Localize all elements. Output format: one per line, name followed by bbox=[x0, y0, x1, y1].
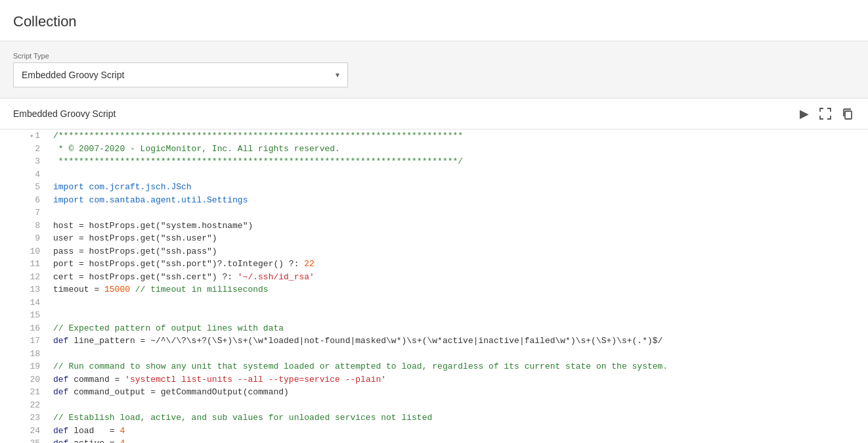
line-content: // Run command to show any unit that sys… bbox=[48, 360, 868, 373]
line-number: 7 bbox=[0, 206, 48, 220]
line-number: 11 bbox=[0, 258, 48, 271]
table-row: 6import com.santaba.agent.util.Settings bbox=[0, 194, 868, 207]
table-row: 15 bbox=[0, 309, 868, 322]
table-row: 11port = hostProps.get("ssh.port")?.toIn… bbox=[0, 258, 868, 271]
code-table: ▾1/*************************************… bbox=[0, 129, 868, 443]
line-content: // Expected pattern of output lines with… bbox=[48, 322, 868, 335]
table-row: 24def load = 4 bbox=[0, 425, 868, 438]
line-number: ▾1 bbox=[0, 129, 48, 143]
fullscreen-button[interactable] bbox=[818, 106, 833, 121]
table-row: 16// Expected pattern of output lines wi… bbox=[0, 322, 868, 335]
line-number: 21 bbox=[0, 386, 48, 399]
table-row: 23// Establish load, active, and sub val… bbox=[0, 411, 868, 425]
line-content: cert = hostProps.get("ssh.cert") ?: '~/.… bbox=[48, 271, 868, 284]
table-row: 4 bbox=[0, 168, 868, 181]
chevron-down-icon: ▾ bbox=[336, 70, 339, 80]
table-row: 25def active = 4 bbox=[0, 437, 868, 443]
line-number: 10 bbox=[0, 245, 48, 258]
line-number: 17 bbox=[0, 335, 48, 348]
line-content: def line_pattern = ~/^\/\?\s+?(\S+)\s+(\… bbox=[48, 335, 868, 348]
table-row: 9user = hostProps.get("ssh.user") bbox=[0, 232, 868, 245]
table-row: 14 bbox=[0, 296, 868, 310]
fold-arrow[interactable]: ▾ bbox=[30, 133, 33, 140]
table-row: 13timeout = 15000 // timeout in millisec… bbox=[0, 283, 868, 296]
editor-header: Embedded Groovy Script ▶ bbox=[0, 99, 868, 129]
table-row: 21def command_output = getCommandOutput(… bbox=[0, 386, 868, 399]
line-number: 6 bbox=[0, 194, 48, 207]
script-type-label: Script Type bbox=[13, 52, 855, 60]
code-editor[interactable]: ▾1/*************************************… bbox=[0, 129, 868, 443]
table-row: 22 bbox=[0, 399, 868, 412]
line-content: pass = hostProps.get("ssh.pass") bbox=[48, 245, 868, 258]
line-content: def command = 'systemctl list-units --al… bbox=[48, 373, 868, 386]
line-content bbox=[48, 348, 868, 361]
line-number: 3 bbox=[0, 155, 48, 168]
editor-section: Embedded Groovy Script ▶ bbox=[0, 99, 868, 443]
line-number: 8 bbox=[0, 220, 48, 233]
line-content bbox=[48, 296, 868, 310]
table-row: 17def line_pattern = ~/^\/\?\s+?(\S+)\s+… bbox=[0, 335, 868, 348]
line-content: user = hostProps.get("ssh.user") bbox=[48, 232, 868, 245]
line-content: def active = 4 bbox=[48, 437, 868, 443]
table-row: 10pass = hostProps.get("ssh.pass") bbox=[0, 245, 868, 258]
line-content: import com.santaba.agent.util.Settings bbox=[48, 194, 868, 207]
table-row: 12cert = hostProps.get("ssh.cert") ?: '~… bbox=[0, 271, 868, 284]
line-content bbox=[48, 399, 868, 412]
run-button[interactable]: ▶ bbox=[798, 105, 810, 122]
line-content bbox=[48, 168, 868, 181]
line-number: 16 bbox=[0, 322, 48, 335]
line-number: 22 bbox=[0, 399, 48, 412]
line-content: port = hostProps.get("ssh.port")?.toInte… bbox=[48, 258, 868, 271]
line-content: host = hostProps.get("system.hostname") bbox=[48, 220, 868, 233]
copy-button[interactable] bbox=[840, 106, 855, 121]
table-row: 8host = hostProps.get("system.hostname") bbox=[0, 220, 868, 233]
line-number: 5 bbox=[0, 181, 48, 194]
table-row: 3 **************************************… bbox=[0, 155, 868, 168]
editor-title: Embedded Groovy Script bbox=[13, 108, 116, 119]
line-number: 4 bbox=[0, 168, 48, 181]
line-content: /***************************************… bbox=[48, 129, 868, 143]
line-number: 14 bbox=[0, 296, 48, 310]
line-content: timeout = 15000 // timeout in millisecon… bbox=[48, 283, 868, 296]
table-row: 20def command = 'systemctl list-units --… bbox=[0, 373, 868, 386]
script-type-value: Embedded Groovy Script bbox=[22, 70, 124, 80]
table-row: ▾1/*************************************… bbox=[0, 129, 868, 143]
script-type-dropdown[interactable]: Embedded Groovy Script ▾ bbox=[13, 62, 348, 87]
line-content: ****************************************… bbox=[48, 155, 868, 168]
line-number: 13 bbox=[0, 283, 48, 296]
line-number: 25 bbox=[0, 437, 48, 443]
line-content: * © 2007-2020 - LogicMonitor, Inc. All r… bbox=[48, 143, 868, 156]
line-number: 12 bbox=[0, 271, 48, 284]
table-row: 2 * © 2007-2020 - LogicMonitor, Inc. All… bbox=[0, 143, 868, 156]
line-content: def command_output = getCommandOutput(co… bbox=[48, 386, 868, 399]
page-title: Collection bbox=[13, 13, 855, 30]
line-number: 2 bbox=[0, 143, 48, 156]
line-content: // Establish load, active, and sub value… bbox=[48, 411, 868, 425]
line-number: 18 bbox=[0, 348, 48, 361]
line-content bbox=[48, 206, 868, 220]
line-number: 20 bbox=[0, 373, 48, 386]
svg-rect-0 bbox=[845, 111, 852, 119]
table-row: 5import com.jcraft.jsch.JSch bbox=[0, 181, 868, 194]
line-number: 15 bbox=[0, 309, 48, 322]
table-row: 18 bbox=[0, 348, 868, 361]
line-number: 9 bbox=[0, 232, 48, 245]
table-row: 7 bbox=[0, 206, 868, 220]
line-number: 19 bbox=[0, 360, 48, 373]
line-content: def load = 4 bbox=[48, 425, 868, 438]
page-header: Collection bbox=[0, 0, 868, 41]
line-content: import com.jcraft.jsch.JSch bbox=[48, 181, 868, 194]
page-container: Collection Script Type Embedded Groovy S… bbox=[0, 0, 868, 443]
script-type-section: Script Type Embedded Groovy Script ▾ bbox=[0, 41, 868, 99]
table-row: 19// Run command to show any unit that s… bbox=[0, 360, 868, 373]
line-number: 24 bbox=[0, 425, 48, 438]
line-content bbox=[48, 309, 868, 322]
editor-toolbar: ▶ bbox=[798, 105, 855, 122]
line-number: 23 bbox=[0, 411, 48, 425]
